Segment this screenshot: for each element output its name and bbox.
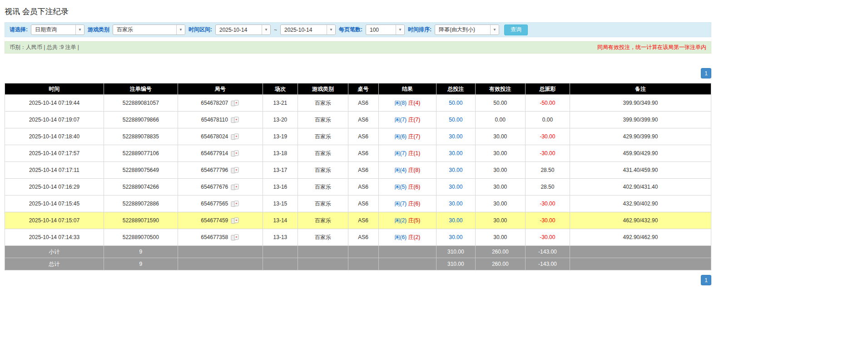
table-row: 2025-10-14 07:19:44 522889081057 6546782… (5, 95, 711, 112)
result-player: 闲(5) (394, 184, 407, 190)
cell-table-no: AS6 (348, 128, 378, 145)
sort-select[interactable]: 降幂(由大到小) ▼ (435, 24, 499, 35)
cell-round-id: 654677676 (178, 179, 263, 196)
cell-table-no: AS6 (348, 212, 378, 229)
cell-remark: 462.90/432.90 (570, 212, 711, 229)
cell-bet-id: 522889079866 (104, 112, 178, 128)
result-banker: 庄(8) (408, 167, 420, 173)
cards-icon[interactable] (231, 234, 239, 241)
total-bet-link[interactable]: 30.00 (449, 167, 462, 173)
result-banker: 庄(5) (408, 217, 420, 224)
chevron-down-icon[interactable]: ▼ (176, 25, 185, 34)
cards-icon[interactable] (231, 217, 239, 224)
total-bet-link[interactable]: 30.00 (449, 184, 462, 190)
result-banker: 庄(6) (408, 201, 420, 207)
date-from-input[interactable]: 2025-10-14 ▼ (215, 24, 271, 35)
cell-bet-id: 522889077106 (104, 145, 178, 162)
table-row: 2025-10-14 07:14:33 522889070500 6546773… (5, 229, 711, 246)
col-header-payout: 总派彩 (525, 83, 570, 95)
round-id-text: 654678110 (201, 117, 228, 123)
round-id-text: 654678024 (201, 133, 228, 140)
result-player: 闲(7) (394, 150, 407, 156)
page-button-1[interactable]: 1 (701, 68, 711, 78)
col-header-round-id: 局号 (178, 83, 263, 95)
cell-round-id: 654677565 (178, 196, 263, 212)
total-payout: -143.00 (525, 258, 570, 270)
table-row: 2025-10-14 07:19:07 522889079866 6546781… (5, 112, 711, 128)
cards-icon[interactable] (231, 100, 239, 107)
total-bet-link[interactable]: 30.00 (449, 217, 462, 224)
cards-icon[interactable] (231, 184, 239, 191)
chevron-down-icon[interactable]: ▼ (262, 25, 270, 34)
subtotal-payout: -143.00 (525, 246, 570, 258)
cell-total-bet: 50.00 (436, 112, 476, 128)
col-header-remark: 备注 (570, 83, 711, 95)
result-player: 闲(6) (394, 234, 407, 240)
cards-icon[interactable] (231, 133, 239, 140)
cell-result: 闲(5) 庄(6) (378, 179, 436, 196)
total-bet-link[interactable]: 50.00 (449, 117, 462, 123)
cell-bet-id: 522889071590 (104, 212, 178, 229)
cards-icon[interactable] (231, 167, 239, 174)
cell-session: 13-13 (263, 229, 298, 246)
col-header-result: 结果 (378, 83, 436, 95)
cell-session: 13-14 (263, 212, 298, 229)
round-id-text: 654677459 (201, 217, 228, 224)
cell-time: 2025-10-14 07:14:33 (5, 229, 104, 246)
cell-payout: -30.00 (525, 212, 570, 229)
cell-game-type: 百家乐 (298, 179, 348, 196)
cell-time: 2025-10-14 07:15:45 (5, 196, 104, 212)
chevron-down-icon[interactable]: ▼ (75, 25, 84, 34)
cell-result: 闲(4) 庄(8) (378, 162, 436, 179)
cell-valid-bet: 50.00 (475, 95, 525, 112)
total-bet-link[interactable]: 30.00 (449, 150, 462, 156)
empty-cell (263, 258, 298, 270)
result-player: 闲(7) (394, 117, 407, 123)
cell-game-type: 百家乐 (298, 196, 348, 212)
table-row: 2025-10-14 07:15:07 522889071590 6546774… (5, 212, 711, 229)
filter-bar: 请选择: 日期查询 ▼ 游戏类别 百家乐 ▼ 时间区间: 2025-10-14 … (5, 22, 711, 37)
chevron-down-icon[interactable]: ▼ (490, 25, 499, 34)
cell-bet-id: 522889074266 (104, 179, 178, 196)
query-type-select[interactable]: 日期查询 ▼ (31, 24, 84, 35)
empty-cell (570, 246, 711, 258)
cell-valid-bet: 30.00 (475, 229, 525, 246)
game-type-select[interactable]: 百家乐 ▼ (113, 24, 185, 35)
page-size-select[interactable]: 100 ▼ (366, 24, 405, 35)
search-button[interactable]: 查询 (504, 24, 528, 35)
empty-cell (348, 246, 378, 258)
date-range-separator: ~ (274, 27, 277, 33)
empty-cell (348, 258, 378, 270)
total-bet-link[interactable]: 30.00 (449, 133, 462, 140)
table-row: 2025-10-14 07:17:57 522889077106 6546779… (5, 145, 711, 162)
chevron-down-icon[interactable]: ▼ (327, 25, 335, 34)
round-id-text: 654677565 (201, 201, 228, 207)
cell-game-type: 百家乐 (298, 112, 348, 128)
sort-label: 时间排序: (408, 26, 432, 34)
cell-remark: 399.90/349.90 (570, 95, 711, 112)
date-range-label: 时间区间: (188, 26, 212, 34)
total-bet-link[interactable]: 50.00 (449, 100, 462, 106)
cards-icon[interactable] (231, 201, 239, 207)
cards-icon[interactable] (231, 150, 239, 157)
cell-round-id: 654678207 (178, 95, 263, 112)
cell-remark: 429.90/399.90 (570, 128, 711, 145)
cell-time: 2025-10-14 07:17:11 (5, 162, 104, 179)
total-bet-link[interactable]: 30.00 (449, 201, 462, 207)
result-banker: 庄(2) (408, 234, 420, 240)
records-table: 时间 注单编号 局号 场次 游戏类别 桌号 结果 总投注 有效投注 总派彩 备注… (5, 83, 711, 270)
cell-session: 13-15 (263, 196, 298, 212)
cell-valid-bet: 30.00 (475, 179, 525, 196)
cell-table-no: AS6 (348, 112, 378, 128)
cards-icon[interactable] (231, 117, 239, 123)
total-bet-link[interactable]: 30.00 (449, 234, 462, 240)
pagination-top: 1 (5, 68, 711, 78)
date-to-input[interactable]: 2025-10-14 ▼ (280, 24, 336, 35)
chevron-down-icon[interactable]: ▼ (396, 25, 404, 34)
cell-valid-bet: 0.00 (475, 112, 525, 128)
cell-total-bet: 30.00 (436, 145, 476, 162)
col-header-session: 场次 (263, 83, 298, 95)
cell-session: 13-18 (263, 145, 298, 162)
page-button-1[interactable]: 1 (701, 275, 711, 285)
game-type-value: 百家乐 (113, 25, 176, 34)
